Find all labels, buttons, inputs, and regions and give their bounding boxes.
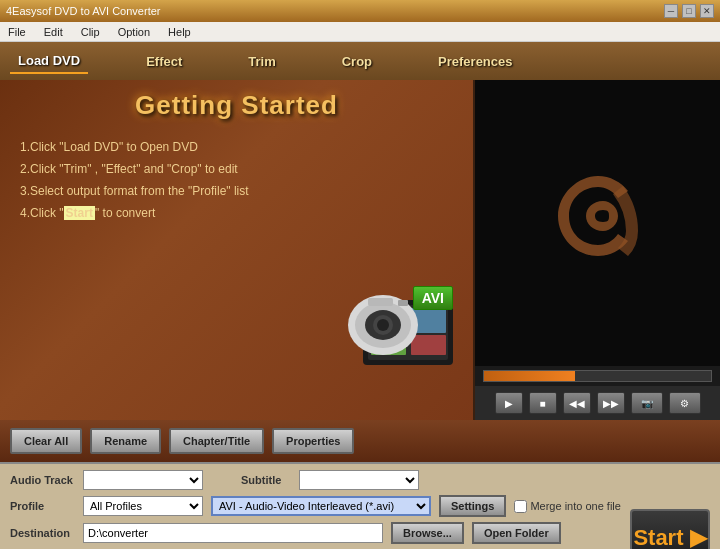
menu-option[interactable]: Option: [114, 24, 154, 40]
merge-label: Merge into one file: [530, 500, 621, 512]
minimize-button[interactable]: ─: [664, 4, 678, 18]
start-button[interactable]: Start ▶: [630, 509, 710, 549]
logo-overlay: [538, 156, 658, 290]
tab-preferences[interactable]: Preferences: [430, 50, 520, 73]
svg-rect-12: [398, 300, 408, 306]
audio-track-label: Audio Track: [10, 474, 75, 486]
settings-btn[interactable]: Settings: [439, 495, 506, 517]
camera-illustration: [333, 270, 463, 370]
audio-track-select[interactable]: [83, 470, 203, 490]
right-panel: ▶ ■ ◀◀ ▶▶ 📷 ⚙: [475, 80, 720, 420]
format-select[interactable]: AVI - Audio-Video Interleaved (*.avi): [211, 496, 431, 516]
instruction-2: 2.Click "Trim" , "Effect" and "Crop" to …: [20, 158, 463, 180]
bottom-section: Audio Track Subtitle Profile All Profile…: [0, 462, 720, 549]
clear-all-button[interactable]: Clear All: [10, 428, 82, 454]
action-buttons: Clear All Rename Chapter/Title Propertie…: [0, 420, 720, 462]
progress-bar: [484, 371, 575, 381]
progress-bar-container[interactable]: [483, 370, 712, 382]
browse-button[interactable]: Browse...: [391, 522, 464, 544]
instructions: 1.Click "Load DVD" to Open DVD 2.Click "…: [20, 136, 463, 224]
profile-label: Profile: [10, 500, 75, 512]
snapshot-button[interactable]: 📷: [631, 392, 663, 414]
title-bar: 4Easysof DVD to AVI Converter ─ □ ✕: [0, 0, 720, 22]
destination-row: Destination Browse... Open Folder: [10, 522, 710, 544]
app-title: 4Easysof DVD to AVI Converter: [6, 5, 160, 17]
video-preview: [475, 80, 720, 366]
tab-trim[interactable]: Trim: [240, 50, 283, 73]
title-bar-controls: ─ □ ✕: [664, 4, 714, 18]
tab-crop[interactable]: Crop: [334, 50, 380, 73]
instruction-1: 1.Click "Load DVD" to Open DVD: [20, 136, 463, 158]
svg-rect-11: [368, 298, 393, 306]
menu-clip[interactable]: Clip: [77, 24, 104, 40]
main-content: Getting Started 1.Click "Load DVD" to Op…: [0, 80, 720, 420]
svg-point-10: [377, 319, 389, 331]
instruction-4: 4.Click "Start" to convert: [20, 202, 463, 224]
play-button[interactable]: ▶: [495, 392, 523, 414]
open-folder-button[interactable]: Open Folder: [472, 522, 561, 544]
subtitle-label: Subtitle: [241, 474, 291, 486]
forward-button[interactable]: ▶▶: [597, 392, 625, 414]
start-highlight: Start: [64, 206, 95, 220]
close-button[interactable]: ✕: [700, 4, 714, 18]
rewind-button[interactable]: ◀◀: [563, 392, 591, 414]
chapter-title-button[interactable]: Chapter/Title: [169, 428, 264, 454]
destination-label: Destination: [10, 527, 75, 539]
audio-subtitle-row: Audio Track Subtitle: [10, 470, 710, 490]
menu-bar: File Edit Clip Option Help: [0, 22, 720, 42]
svg-rect-5: [411, 335, 446, 355]
settings-button[interactable]: ⚙: [669, 392, 701, 414]
avi-badge: AVI: [413, 286, 453, 310]
menu-file[interactable]: File: [4, 24, 30, 40]
profile-select[interactable]: All Profiles: [83, 496, 203, 516]
tab-effect[interactable]: Effect: [138, 50, 190, 73]
merge-checkbox[interactable]: [514, 500, 527, 513]
menu-help[interactable]: Help: [164, 24, 195, 40]
instruction-3: 3.Select output format from the "Profile…: [20, 180, 463, 202]
maximize-button[interactable]: □: [682, 4, 696, 18]
destination-input[interactable]: [83, 523, 383, 543]
menu-edit[interactable]: Edit: [40, 24, 67, 40]
subtitle-select[interactable]: [299, 470, 419, 490]
playback-controls: ▶ ■ ◀◀ ▶▶ 📷 ⚙: [475, 386, 720, 420]
left-panel: Getting Started 1.Click "Load DVD" to Op…: [0, 80, 475, 420]
stop-button[interactable]: ■: [529, 392, 557, 414]
getting-started-title: Getting Started: [10, 90, 463, 121]
properties-button[interactable]: Properties: [272, 428, 354, 454]
profile-row: Profile All Profiles AVI - Audio-Video I…: [10, 495, 710, 517]
tab-bar: Load DVD Effect Trim Crop Preferences: [0, 42, 720, 80]
tab-load-dvd[interactable]: Load DVD: [10, 49, 88, 74]
rename-button[interactable]: Rename: [90, 428, 161, 454]
merge-checkbox-label[interactable]: Merge into one file: [514, 500, 621, 513]
